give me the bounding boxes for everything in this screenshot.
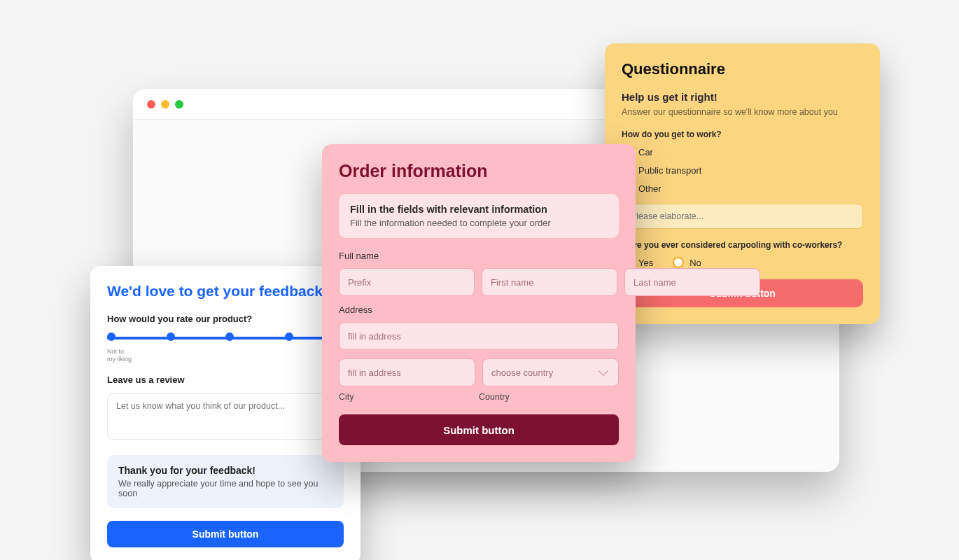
radio-label: No [690,258,701,268]
order-box-body: Fill the information needed to complete … [350,218,608,228]
review-label: Leave us a review [107,374,344,385]
chevron-down-icon [598,366,608,376]
order-card: Order information Fill in the fields wit… [322,144,636,462]
slider-stop-3[interactable] [225,332,234,341]
feedback-title: We'd love to get your feedback! [107,283,344,300]
order-info-box: Fill in the fields with relevant informa… [339,194,619,238]
first-name-input[interactable] [482,268,617,296]
review-textarea[interactable] [107,393,344,440]
radio-label: Public transport [638,165,701,176]
slider-stop-2[interactable] [167,332,175,341]
feedback-submit-button[interactable]: Submit button [107,521,344,547]
order-submit-button[interactable]: Submit button [339,414,619,445]
q1-elaborate-input[interactable] [622,204,863,229]
radio-icon [673,257,684,268]
city-input[interactable] [339,358,475,386]
rate-label: How would you rate our product? [107,314,344,324]
order-title: Order information [339,161,619,181]
address-label: Address [339,304,619,315]
city-sublabel: City [339,392,479,402]
last-name-input[interactable] [624,268,760,296]
fullname-label: Full name [339,251,619,261]
radio-label: Yes [638,258,653,268]
feedback-card: We'd love to get your feedback! How woul… [90,266,360,560]
slider-stop-4[interactable] [285,332,293,341]
slider-stop-1[interactable] [107,332,115,341]
country-sublabel: Country [479,392,510,402]
address-input[interactable] [339,322,619,350]
q1-option-public-transport[interactable]: Public transport [622,164,863,176]
q2-label: Have you ever considered carpooling with… [622,240,863,250]
q1-option-other[interactable]: Other [622,183,863,194]
country-select-label: choose country [491,368,553,378]
thank-you-box: Thank you for your feedback! We really a… [107,455,344,508]
country-select[interactable]: choose country [482,358,619,386]
window-minimize-icon[interactable] [161,100,169,108]
order-box-title: Fill in the fields with relevant informa… [350,204,608,215]
questionnaire-title: Questionnaire [622,60,863,78]
radio-label: Car [638,147,653,158]
questionnaire-subhead: Help us get it right! [622,91,863,103]
rating-slider[interactable] [107,332,344,344]
radio-label: Other [638,183,662,194]
q2-option-no[interactable]: No [673,257,701,268]
window-close-icon[interactable] [147,100,155,108]
q1-label: How do you get to work? [622,130,863,139]
thank-title: Thank you for your feedback! [118,465,332,476]
prefix-input[interactable] [339,268,475,296]
window-maximize-icon[interactable] [175,100,183,108]
q1-option-car[interactable]: Car [622,146,863,158]
thank-body: We really appreciate your time and hope … [118,479,332,498]
questionnaire-subdesc: Answer our questionnaire so we'll know m… [622,107,863,117]
slider-min-caption: Not to my liking [107,348,344,363]
